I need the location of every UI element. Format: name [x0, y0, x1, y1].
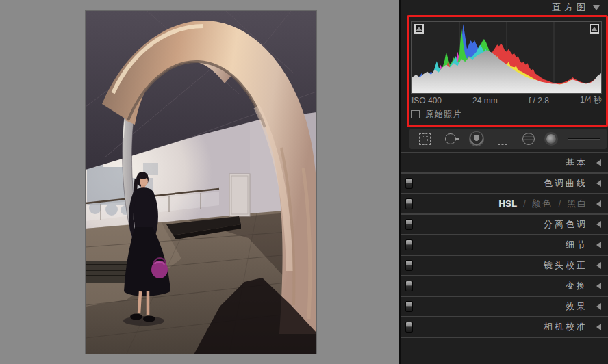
- clipping-triangle-icon: [416, 27, 422, 31]
- photo[interactable]: [86, 11, 316, 354]
- red-eye-tool-button[interactable]: [468, 131, 485, 147]
- panel-header-hsl[interactable]: HSL / 颜色 / 黑白: [401, 194, 608, 213]
- chevron-left-icon: [596, 159, 601, 166]
- panel-label: 变换: [566, 280, 587, 292]
- panel-label: 细节: [566, 239, 587, 251]
- exif-shutter: 1/4 秒: [580, 94, 602, 106]
- toolstrip: [409, 129, 607, 149]
- panel-divider: [401, 337, 608, 338]
- chevron-left-icon: [596, 180, 601, 187]
- chevron-left-icon: [596, 262, 601, 269]
- exif-info-row: ISO 400 24 mm f / 2.8 1/4 秒: [411, 95, 602, 105]
- chevron-left-icon: [596, 242, 601, 248]
- clipping-triangle-icon: [591, 27, 598, 31]
- original-photo-checkbox[interactable]: [411, 110, 420, 118]
- chevron-left-icon: [596, 324, 601, 330]
- panel-label: 镜头校正: [544, 259, 587, 272]
- panel-label: 基本: [566, 157, 587, 169]
- spot-removal-icon: [445, 133, 456, 144]
- panel-header-basic[interactable]: 基本: [401, 153, 608, 172]
- hsl-tab[interactable]: HSL: [498, 198, 517, 209]
- panel-header-detail[interactable]: 细节: [401, 235, 608, 255]
- chevron-left-icon: [596, 221, 601, 228]
- original-photo-row: 原始照片: [411, 107, 462, 121]
- main-canvas: [0, 0, 401, 364]
- panel-toggle-switch[interactable]: [405, 322, 413, 333]
- panel-label: 色调曲线: [544, 177, 587, 190]
- original-photo-label: 原始照片: [425, 109, 462, 120]
- panel-toggle-switch[interactable]: [405, 178, 413, 189]
- panel-toggle-switch[interactable]: [405, 239, 413, 250]
- panel-label: 效果: [566, 300, 587, 313]
- lightroom-develop-view: 直方图 ISO 400 24 mm f / 2.8: [0, 0, 608, 364]
- histogram[interactable]: [411, 21, 602, 94]
- histogram-chart: [412, 22, 601, 93]
- color-tab[interactable]: 颜色: [532, 198, 553, 210]
- slash: /: [559, 199, 561, 209]
- panel-toggle-switch[interactable]: [405, 281, 413, 291]
- spot-removal-tool-button[interactable]: [442, 131, 459, 147]
- hsl-label-group: HSL / 颜色 / 黑白: [498, 198, 587, 210]
- exif-focal-length: 24 mm: [472, 96, 498, 105]
- graduated-filter-icon: [498, 133, 507, 145]
- brush-slider-track[interactable]: [568, 138, 600, 140]
- panel-toggle-switch[interactable]: [405, 260, 413, 271]
- graduated-filter-button[interactable]: [494, 131, 511, 147]
- develop-right-panel: 直方图 ISO 400 24 mm f / 2.8: [399, 0, 608, 364]
- panel-toggle-switch[interactable]: [405, 198, 413, 209]
- panel-header-camera-calibration[interactable]: 相机校准: [401, 317, 608, 337]
- highlight-clipping-indicator[interactable]: [590, 24, 599, 34]
- chevron-left-icon: [596, 200, 601, 207]
- panel-header-tone-curve[interactable]: 色调曲线: [401, 174, 608, 193]
- crop-tool-button[interactable]: [416, 131, 433, 147]
- panel-header-lens-corrections[interactable]: 镜头校正: [401, 256, 608, 275]
- panel-header-split-toning[interactable]: 分离色调: [401, 215, 608, 234]
- adjustment-brush-button[interactable]: [546, 134, 556, 144]
- panel-header-transform[interactable]: 变换: [401, 276, 608, 296]
- red-eye-icon: [470, 132, 483, 146]
- radial-filter-icon: [522, 133, 535, 145]
- radial-filter-button[interactable]: [520, 131, 537, 147]
- exif-aperture: f / 2.8: [529, 96, 549, 105]
- panel-label: 相机校准: [544, 321, 587, 333]
- panel-label: 分离色调: [544, 218, 587, 231]
- chevron-left-icon: [596, 303, 601, 310]
- panel-toggle-switch[interactable]: [405, 219, 413, 230]
- histogram-panel-header[interactable]: 直方图: [401, 0, 608, 15]
- slash: /: [523, 199, 525, 209]
- chevron-down-icon: [593, 5, 600, 10]
- chevron-left-icon: [596, 283, 601, 289]
- bw-tab[interactable]: 黑白: [567, 198, 587, 210]
- panel-list: 基本 色调曲线 HSL / 颜色 / 黑白: [401, 152, 608, 338]
- shadow-clipping-indicator[interactable]: [414, 24, 424, 34]
- panel-header-effects[interactable]: 效果: [401, 297, 608, 316]
- photo-art: [86, 11, 316, 354]
- histogram-panel-title: 直方图: [552, 1, 589, 14]
- crop-icon: [419, 133, 431, 145]
- panel-toggle-switch[interactable]: [405, 301, 413, 312]
- exif-iso: ISO 400: [411, 96, 442, 105]
